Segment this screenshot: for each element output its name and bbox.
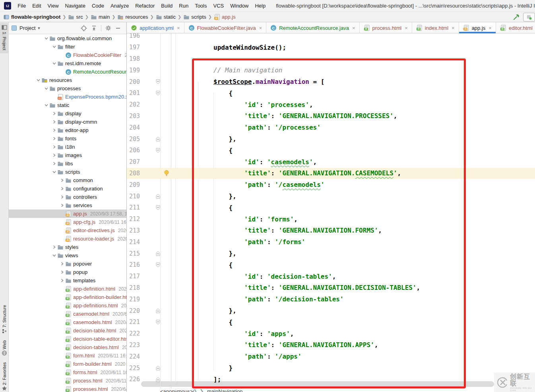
breadcrumb-item-static[interactable]: static [156,14,176,20]
menu-run[interactable]: Run [176,1,192,10]
tree-item-styles[interactable]: styles [9,243,126,251]
fold-start-icon[interactable] [156,79,160,84]
code-line-202[interactable]: 202 'id': 'processes', [127,99,535,111]
code-lines[interactable]: 196197 updateWindowSize();198199 // Main… [127,30,535,385]
tree-item-editor-directives-js[interactable]: JSeditor-directives.js2020 [9,226,126,235]
chevron-collapsed-icon[interactable] [51,136,57,142]
tree-item-decision-tables-html[interactable]: Hdecision-tables.html20 [9,343,126,351]
fold-start-icon[interactable] [156,262,160,268]
code-line-206[interactable]: 206 { [127,145,535,156]
tool-button-project[interactable]: 1: Project [0,23,9,53]
editor-tab-editor-html[interactable]: Heditor.html× [496,22,535,33]
chevron-collapsed-icon[interactable] [51,111,57,117]
editor-tab-application-yml[interactable]: application.yml× [127,22,184,33]
tree-item-remoteaccountresource[interactable]: CRemoteAccountResource [9,68,126,76]
code-line-223[interactable]: 223 'title': 'GENERAL.NAVIGATION.APPS', [127,340,535,351]
code-line-209[interactable]: 209 'path': '/casemodels' [127,179,535,190]
chevron-collapsed-icon[interactable] [51,161,57,167]
code-line-211[interactable]: 211 { [127,202,535,213]
editor-tab-index-html[interactable]: Hindex.html× [412,22,459,33]
menu-code[interactable]: Code [89,1,107,10]
code-line-208[interactable]: 208 'title': 'GENERAL.NAVIGATION.CASEMOD… [127,168,535,179]
tree-item-static[interactable]: static [9,101,126,109]
chevron-expanded-icon[interactable] [43,85,49,92]
intention-bulb-icon[interactable] [164,170,169,177]
menu-refactor[interactable]: Refactor [132,1,158,10]
menu-edit[interactable]: Edit [29,1,44,10]
chevron-collapsed-icon[interactable] [51,119,57,125]
tree-item-app-js[interactable]: JSapp.js2020/9/3 17:58, 14 [9,210,126,218]
chevron-collapsed-icon[interactable] [51,152,57,159]
tree-item-decision-table-editor-html[interactable]: Hdecision-table-editor.html [9,335,126,343]
fold-start-icon[interactable] [156,91,160,96]
menu-analyze[interactable]: Analyze [107,1,132,10]
menu-file[interactable]: File [14,1,29,10]
breadcrumb-item-main[interactable]: main [91,14,110,20]
code-line-221[interactable]: 221 { [127,316,535,328]
tree-item-configuration[interactable]: configuration [9,184,126,193]
fold-end-icon[interactable] [156,377,160,382]
breadcrumb-item-resources[interactable]: resources [117,14,148,20]
code-line-200[interactable]: 200 $rootScope.mainNavigation = [ [127,76,535,87]
tree-item-processes[interactable]: processes [9,84,126,93]
tree-item-form-html[interactable]: Hform.html2020/6/11 16: [9,351,126,360]
menu-help[interactable]: Help [252,1,269,10]
tree-item-i18n[interactable]: i18n [9,143,126,151]
menu-window[interactable]: Window [227,1,252,10]
tree-item-display-cmmn[interactable]: display-cmmn [9,118,126,126]
chevron-collapsed-icon[interactable] [51,127,57,134]
tree-item-app-cfg-js[interactable]: JSapp-cfg.js2020/6/11 16: [9,218,126,226]
code-line-199[interactable]: 199 // Main navigation [127,64,535,76]
editor-tab-process-html[interactable]: Hprocess.html× [360,22,412,33]
code-line-214[interactable]: 214 'path': '/forms' [127,236,535,248]
fold-end-icon[interactable] [156,365,160,371]
tool-button-2-favorites[interactable]: 2: Favorites [2,362,7,391]
collapse-all-icon[interactable] [91,25,97,31]
fold-end-icon[interactable] [156,136,160,142]
chevron-collapsed-icon[interactable] [59,177,65,184]
chevron-collapsed-icon[interactable] [59,194,65,200]
editor-tab-app-js[interactable]: JSapp.js× [459,22,496,33]
run-configuration-button[interactable] [523,13,535,21]
chevron-expanded-icon[interactable] [43,35,49,42]
chevron-expanded-icon[interactable] [51,252,57,259]
tree-item-scripts[interactable]: scripts [9,168,126,176]
editor-tab-flowablecookiefilter-java[interactable]: CFlowableCookieFilter.java× [184,22,267,33]
tree-item-processes-html[interactable]: Hprocesses.html2020/6/ [9,385,126,392]
breadcrumb-item-flowable-springboot[interactable]: flowable-springboot [3,14,60,20]
tree-item-templates[interactable]: templates [9,276,126,285]
editor-tab-remoteaccountresource-java[interactable]: CRemoteAccountResource.java× [266,22,359,33]
code-line-216[interactable]: 216 { [127,259,535,271]
chevron-collapsed-icon[interactable] [59,269,65,276]
tree-item-casemodels-html[interactable]: Hcasemodels.html2020/ [9,318,126,326]
tree-item-app-definition-html[interactable]: Happ-definition.html202 [9,285,126,293]
tree-item-form-builder-html[interactable]: Hform-builder.html2020 [9,360,126,368]
tree-item-flowablecookiefilter[interactable]: CFlowableCookieFilter2 [9,51,126,59]
chevron-collapsed-icon[interactable] [51,144,57,150]
gear-icon[interactable] [105,25,111,31]
menu-tools[interactable]: Tools [192,1,210,10]
tree-item-libs[interactable]: libs [9,159,126,168]
tree-item-rest-idm-remote[interactable]: rest.idm.remote [9,59,126,68]
code-line-210[interactable]: 210 }, [127,190,535,202]
fold-start-icon[interactable] [156,148,160,153]
tree-item-common[interactable]: common [9,176,126,184]
editor-breadcrumb-item[interactable]: mainNavigation [207,388,243,392]
close-tab-icon[interactable]: × [452,25,455,31]
chevron-collapsed-icon[interactable] [59,202,65,209]
breadcrumb-item-app-js[interactable]: JSapp.js [214,14,236,20]
tree-item-controllers[interactable]: controllers [9,193,126,201]
tree-item-resources[interactable]: resources [9,76,126,84]
tree-item-forms-html[interactable]: Hforms.html2020/6/11 16 [9,368,126,376]
close-tab-icon[interactable]: × [405,25,408,31]
chevron-expanded-icon[interactable] [51,60,57,67]
tree-item-resource-loader-js[interactable]: JSresource-loader.js2020 [9,235,126,243]
code-line-215[interactable]: 215 }, [127,248,535,259]
tree-item-popup[interactable]: popup [9,268,126,276]
fold-end-icon[interactable] [156,251,160,256]
tree-item-display[interactable]: display [9,109,126,118]
chevron-collapsed-icon[interactable] [59,278,65,284]
code-line-204[interactable]: 204 'path': '/processes' [127,122,535,133]
project-panel-title[interactable]: Project [19,25,35,31]
chevron-collapsed-icon[interactable] [51,244,57,250]
